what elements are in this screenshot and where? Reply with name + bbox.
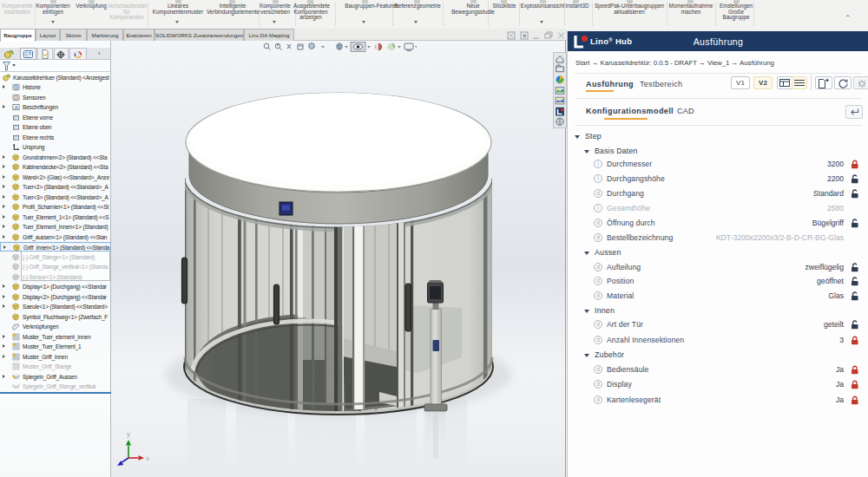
- svg-text:x: x: [146, 454, 149, 462]
- svg-text:A: A: [15, 105, 18, 110]
- svg-text:y: y: [127, 430, 130, 438]
